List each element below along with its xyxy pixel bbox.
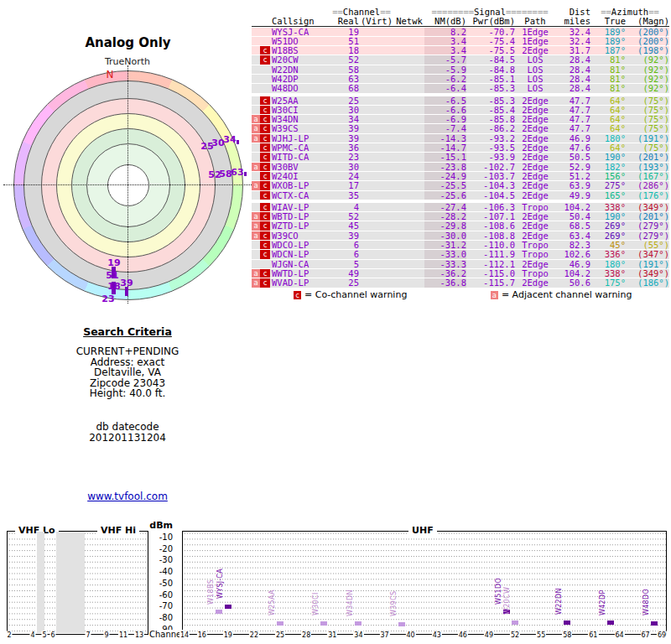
pwr-column-header: Pwr(dBm) bbox=[466, 17, 515, 26]
callsign-cell: W18BS bbox=[270, 46, 329, 55]
co-channel-warning-icon: c bbox=[260, 191, 270, 200]
callsign-cell: W25AA bbox=[270, 96, 329, 105]
table-row: WJGN-CA5-33.3-112.12Edge46.9180°(191°) bbox=[252, 260, 669, 268]
co-channel-warning-icon: c bbox=[260, 46, 270, 55]
magnetic-azimuth-cell: (200°) bbox=[626, 37, 669, 45]
channel-tick-label: 19 bbox=[223, 631, 233, 639]
magnetic-azimuth-cell: (92°) bbox=[626, 55, 669, 64]
real-channel-cell: 34 bbox=[329, 115, 359, 123]
nm-db-cell: -33.0 bbox=[424, 250, 466, 258]
virt-channel-cell bbox=[359, 181, 394, 190]
magnetic-azimuth-cell: (279°) bbox=[626, 231, 669, 240]
virt-channel-cell bbox=[359, 28, 394, 36]
channel-tick-label: 2 bbox=[6, 631, 12, 639]
adjacent-channel-warning-icon: a bbox=[252, 134, 260, 143]
real-channel-cell: 45 bbox=[329, 221, 359, 230]
channel-tick-label: 67 bbox=[641, 631, 651, 639]
dbm-axis-label: dBm bbox=[149, 520, 173, 531]
true-azimuth-cell: 64° bbox=[590, 96, 626, 105]
table-row: W42DP63-6.2-85.1LOS28.481°(92°) bbox=[252, 75, 669, 83]
magnetic-azimuth-cell: (347°) bbox=[626, 250, 669, 258]
pwr-dbm-cell: -112.1 bbox=[466, 260, 515, 268]
adjacent-channel-warning-icon bbox=[252, 241, 260, 249]
true-azimuth-cell: 336° bbox=[590, 250, 626, 258]
table-row: cWITD-CA23-15.1-93.92Edge50.5190°(201°) bbox=[252, 153, 669, 161]
pwr-dbm-cell: -111.9 bbox=[466, 250, 515, 258]
radar-station-bar bbox=[244, 172, 247, 176]
true-azimuth-cell: 180° bbox=[590, 134, 626, 143]
real-channel-cell: 18 bbox=[329, 46, 359, 55]
channel-tick-label: 6 bbox=[49, 631, 55, 639]
co-channel-warning-icon: c bbox=[260, 55, 270, 64]
virt-channel-cell bbox=[359, 191, 394, 200]
radar-center-circle bbox=[107, 164, 149, 206]
virt-channel-cell bbox=[359, 250, 394, 258]
magnetic-azimuth-cell: (167°) bbox=[626, 172, 669, 180]
miles-cell: 63.9 bbox=[555, 181, 590, 190]
pwr-dbm-cell: -70.7 bbox=[466, 28, 515, 36]
magnetic-azimuth-cell: (75°) bbox=[626, 96, 669, 105]
pwr-dbm-cell: -103.7 bbox=[466, 172, 515, 180]
channel-tick-label: 13 bbox=[134, 631, 144, 639]
adjacent-channel-warning-icon: a bbox=[252, 269, 260, 278]
co-channel-warning-icon: c bbox=[260, 134, 270, 143]
real-channel-column-header: Real bbox=[329, 17, 359, 26]
dbm-tick-label: -50 bbox=[146, 578, 173, 587]
true-azimuth-cell: 156° bbox=[590, 172, 626, 180]
table-group-header-row: ==Channel== ========Signal======== Dist … bbox=[252, 8, 669, 17]
channel-tick-label: 69 bbox=[657, 631, 667, 639]
callsign-cell: WYSJ-CA bbox=[270, 28, 329, 36]
callsign-column-header: Callsign bbox=[270, 17, 329, 26]
miles-cell: 63.4 bbox=[555, 231, 590, 240]
table-row: cWDCN-LP6-33.0-111.9Tropo102.6336°(347°) bbox=[252, 250, 669, 258]
pwr-dbm-cell: -86.2 bbox=[466, 124, 515, 132]
miles-cell: 31.7 bbox=[555, 46, 590, 55]
callsign-cell: W34DN bbox=[270, 115, 329, 123]
pwr-dbm-cell: -84.5 bbox=[466, 55, 515, 64]
signal-bar-callsign-label: W34DN bbox=[346, 589, 354, 616]
virt-channel-cell bbox=[359, 203, 394, 211]
signal-header-eq-right: ======== bbox=[506, 7, 549, 17]
co-channel-warning-icon bbox=[260, 75, 270, 83]
real-channel-cell: 51 bbox=[329, 37, 359, 45]
virt-channel-cell bbox=[359, 231, 394, 240]
virt-channel-cell bbox=[359, 241, 394, 249]
real-channel-cell: 17 bbox=[329, 181, 359, 190]
signal-bar bbox=[564, 621, 570, 625]
tvfool-link[interactable]: www.tvfool.com bbox=[77, 491, 178, 502]
magnetic-azimuth-cell: (200°) bbox=[626, 28, 669, 36]
path-cell: LOS bbox=[515, 75, 555, 83]
path-cell: 2Edge bbox=[515, 124, 555, 132]
co-channel-warning-icon: c bbox=[260, 278, 270, 287]
pwr-dbm-cell: -115.0 bbox=[466, 269, 515, 278]
pwr-dbm-cell: -75.4 bbox=[466, 37, 515, 45]
criteria-line: CURRENT+PENDING bbox=[44, 346, 211, 357]
table-row: WYSJ-CA198.2-70.71Edge32.4189°(200°) bbox=[252, 28, 669, 36]
virt-channel-cell bbox=[359, 55, 394, 64]
db-datecode-value: 201201131204 bbox=[44, 433, 211, 444]
callsign-cell: W22DN bbox=[270, 65, 329, 74]
nm-db-cell: 8.2 bbox=[424, 28, 466, 36]
adjacent-channel-warning-icon: a bbox=[252, 181, 260, 190]
path-cell: 2Edge bbox=[515, 115, 555, 123]
table-row: acWZTD-LP45-29.8-108.62Edge68.5269°(279°… bbox=[252, 221, 669, 230]
miles-cell: 47.7 bbox=[555, 124, 590, 132]
co-channel-warning-icon: c bbox=[260, 96, 270, 105]
channel-tick-label: 25 bbox=[275, 631, 285, 639]
adjacent-channel-warning-icon bbox=[252, 153, 260, 161]
channel-tick-label: 4 bbox=[29, 631, 35, 639]
table-row: cW30CI30-6.6-85.42Edge47.764°(75°) bbox=[252, 106, 669, 114]
radar-channel-label: 19 bbox=[107, 257, 120, 268]
virt-channel-cell bbox=[359, 172, 394, 180]
adjacent-channel-warning-icon bbox=[252, 46, 260, 55]
signal-bar bbox=[512, 621, 518, 625]
table-row: acWVAD-LP25-36.8-115.72Edge50.6175°(186°… bbox=[252, 278, 669, 287]
azimuth-group-header: ==Azimuth== bbox=[590, 8, 669, 17]
true-azimuth-cell: 190° bbox=[590, 212, 626, 221]
true-azimuth-cell: 81° bbox=[590, 65, 626, 74]
vhf-hi-label: VHF Hi bbox=[97, 526, 139, 535]
co-channel-warning-icon: c bbox=[260, 250, 270, 258]
path-cell: LOS bbox=[515, 55, 555, 64]
adjacent-channel-warning-icon: a bbox=[252, 163, 260, 171]
network-cell bbox=[394, 65, 424, 74]
